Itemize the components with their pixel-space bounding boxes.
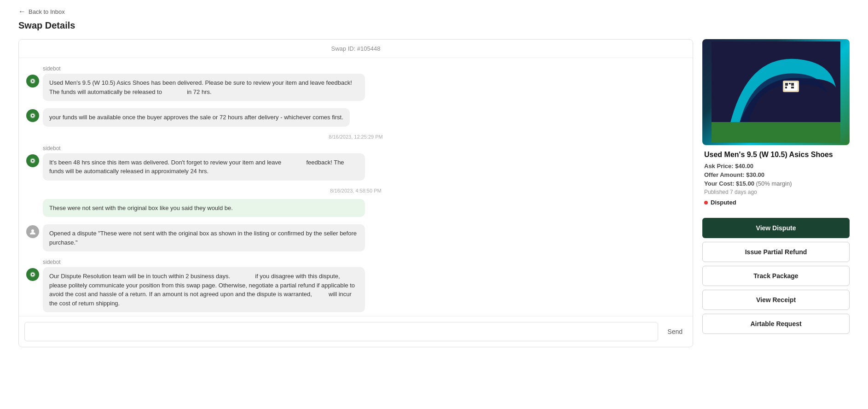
ask-price: Ask Price: $40.00 (704, 163, 848, 169)
svg-point-8 (32, 274, 34, 275)
your-cost: Your Cost: $15.00 (50% margin) (704, 180, 848, 187)
sender-label: sidebot (43, 259, 685, 265)
chat-panel: Swap ID: #105448 sidebot Used Men's 9.5 … (18, 39, 693, 347)
message-indent: These were not sent with the original bo… (43, 199, 685, 217)
message-group: These were not sent with the original bo… (26, 199, 685, 217)
message-row: your funds will be available once the bu… (26, 108, 685, 127)
track-package-button[interactable]: Track Package (702, 266, 850, 286)
messages-area[interactable]: sidebot Used Men's 9.5 (W 10.5) Asics Sh… (19, 58, 693, 316)
your-cost-value: $15.00 (736, 180, 754, 187)
view-receipt-button[interactable]: View Receipt (702, 290, 850, 310)
message-group: sidebot Our Dispute Resolution team will… (26, 259, 685, 312)
message-group: your funds will be available once the bu… (26, 108, 685, 127)
message-bubble: It's been 48 hrs since this item was del… (43, 153, 365, 181)
svg-rect-10 (712, 122, 840, 143)
your-cost-label: Your Cost: (704, 180, 734, 187)
product-name: Used Men's 9.5 (W 10.5) Asics Shoes (704, 151, 848, 159)
message-bubble: your funds will be available once the bu… (43, 108, 350, 127)
avatar-bot (26, 268, 39, 281)
margin-label: (50% margin) (756, 180, 792, 187)
message-row: Opened a dispute "These were not sent wi… (26, 224, 685, 251)
page-title: Swap Details (18, 20, 850, 31)
right-panel: Used Men's 9.5 (W 10.5) Asics Shoes Ask … (702, 39, 850, 334)
message-bubble: Opened a dispute "These were not sent wi… (43, 224, 365, 251)
page-container: ← Back to Inbox Swap Details Swap ID: #1… (0, 0, 868, 355)
message-group: sidebot It's been 48 hrs since this item… (26, 145, 685, 181)
svg-rect-13 (785, 83, 788, 86)
back-label: Back to Inbox (29, 8, 65, 15)
status-dot-icon (704, 201, 708, 204)
timestamp: 8/16/2023, 4:58:50 PM (26, 188, 685, 193)
product-info: Used Men's 9.5 (W 10.5) Asics Shoes Ask … (702, 151, 850, 212)
svg-point-6 (31, 229, 34, 232)
message-bubble: Used Men's 9.5 (W 10.5) Asics Shoes has … (43, 74, 365, 101)
status-badge: Disputed (704, 199, 848, 206)
back-to-inbox-link[interactable]: ← Back to Inbox (18, 7, 850, 16)
offer-amount-label: Offer Amount: (704, 171, 745, 178)
svg-point-3 (32, 115, 34, 117)
timestamp: 8/16/2023, 12:25:29 PM (26, 134, 685, 140)
sender-label: sidebot (43, 145, 685, 152)
back-arrow-icon: ← (18, 7, 26, 16)
view-dispute-button[interactable]: View Dispute (702, 218, 850, 238)
message-row: It's been 48 hrs since this item was del… (26, 153, 685, 181)
avatar-bot (26, 154, 39, 167)
message-input[interactable] (24, 322, 658, 341)
product-image (702, 39, 850, 145)
action-buttons: View Dispute Issue Partial Refund Track … (702, 218, 850, 334)
message-group: sidebot Used Men's 9.5 (W 10.5) Asics Sh… (26, 65, 685, 101)
message-bubble: Our Dispute Resolution team will be in t… (43, 267, 365, 312)
offer-amount: Offer Amount: $30.00 (704, 171, 848, 178)
svg-rect-14 (789, 83, 791, 84)
svg-rect-16 (785, 87, 787, 88)
message-bubble-user: These were not sent with the original bo… (43, 199, 365, 217)
published-label: Published 7 days ago (704, 189, 848, 195)
svg-rect-15 (791, 83, 794, 86)
message-row: Used Men's 9.5 (W 10.5) Asics Shoes has … (26, 74, 685, 101)
product-image-inner (702, 39, 850, 145)
svg-point-5 (32, 160, 34, 162)
message-group: Opened a dispute "These were not sent wi… (26, 224, 685, 251)
airtable-request-button[interactable]: Airtable Request (702, 314, 850, 334)
ask-price-label: Ask Price: (704, 163, 734, 169)
avatar-user (26, 225, 39, 238)
ask-price-value: $40.00 (735, 163, 753, 169)
offer-amount-value: $30.00 (746, 171, 764, 178)
main-content: Swap ID: #105448 sidebot Used Men's 9.5 … (18, 39, 850, 347)
sender-label: sidebot (43, 65, 685, 72)
status-text: Disputed (711, 199, 736, 206)
swap-id-header: Swap ID: #105448 (19, 40, 693, 58)
input-area: Send (19, 316, 693, 347)
svg-point-1 (32, 80, 34, 82)
svg-rect-17 (791, 87, 794, 88)
send-button[interactable]: Send (663, 325, 687, 338)
avatar-bot (26, 109, 39, 122)
message-row: Our Dispute Resolution team will be in t… (26, 267, 685, 312)
avatar-bot (26, 75, 39, 88)
issue-refund-button[interactable]: Issue Partial Refund (702, 242, 850, 262)
